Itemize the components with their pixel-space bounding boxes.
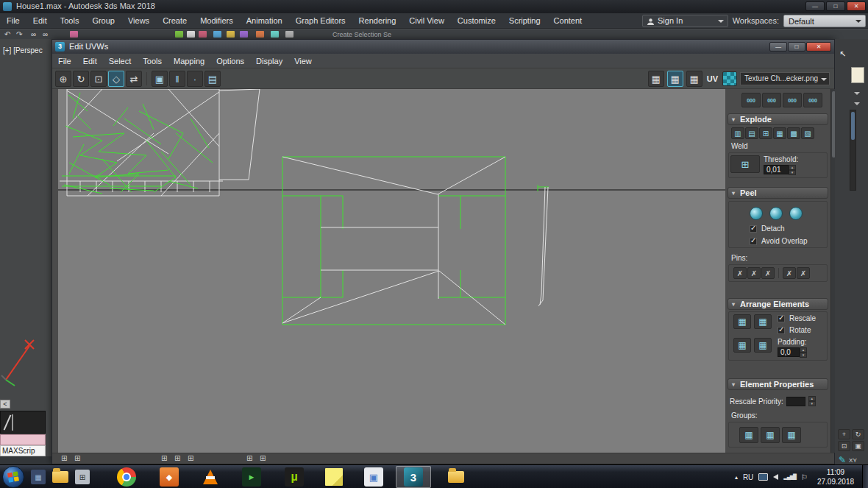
dialog-maximize-button[interactable]	[788, 42, 805, 52]
viewport-strip[interactable]: [+] [Perspec < MAXScrip	[0, 39, 51, 464]
taskbar-item-sticky-notes[interactable]	[316, 466, 352, 488]
move-tool-icon[interactable]: ⊕	[55, 71, 71, 87]
pencil-icon[interactable]: ✎	[839, 455, 846, 465]
chevron-down-icon[interactable]	[854, 92, 860, 95]
chevron-down-icon[interactable]	[854, 102, 860, 105]
pin-select-icon[interactable]: ✗	[761, 267, 775, 279]
mirror-tool-icon[interactable]: ⇄	[126, 71, 142, 87]
select-face-icon[interactable]: ▤	[204, 71, 221, 87]
maxscript-listener[interactable]: MAXScrip	[0, 445, 46, 456]
rescale-priority-spinner[interactable]	[808, 396, 816, 406]
rollout-arrange-elements[interactable]: Arrange Elements	[728, 298, 828, 310]
unlink-icon[interactable]: ∞	[43, 30, 48, 38]
taskbar-item-image-viewer[interactable]: ▣	[356, 466, 391, 488]
sign-in-dropdown[interactable]: Sign In	[642, 15, 728, 27]
group-select-icon[interactable]: ▦	[782, 427, 801, 443]
close-button[interactable]	[847, 1, 866, 11]
rotate-checkbox[interactable]	[778, 327, 785, 334]
pack-rotate-icon[interactable]: 000	[783, 93, 802, 107]
redo-icon[interactable]: ↷	[16, 30, 22, 38]
menu-create[interactable]: Create	[156, 13, 193, 29]
menu-tools[interactable]: Tools	[54, 13, 86, 29]
display-tray-icon[interactable]	[758, 473, 768, 481]
menu-animation[interactable]: Animation	[240, 13, 289, 29]
taskbar-item-utorrent[interactable]: µ	[277, 466, 312, 488]
dialog-close-button[interactable]	[806, 42, 831, 52]
zoom-icon[interactable]: ⊡	[838, 441, 850, 451]
uvw-menu-view[interactable]: View	[288, 54, 318, 68]
pack-fill-icon[interactable]: 000	[803, 93, 822, 107]
menu-customize[interactable]: Customize	[451, 13, 502, 29]
group-create-icon[interactable]: ▦	[739, 427, 758, 443]
taskbar-item-3ds-max[interactable]: 3	[396, 466, 431, 488]
viewport-label[interactable]: [+] [Perspec	[3, 46, 43, 54]
rollup-button[interactable]: <	[0, 400, 10, 409]
unpin-all-icon[interactable]: ✗	[797, 267, 810, 279]
group-ungroup-icon[interactable]: ▦	[761, 427, 780, 443]
color-swatch[interactable]	[851, 67, 864, 83]
status-lock-icon[interactable]: ⊞	[161, 454, 167, 462]
uvw-menu-options[interactable]: Options	[210, 54, 250, 68]
pack-rescale-icon[interactable]: 000	[762, 93, 781, 107]
menu-content[interactable]: Content	[547, 13, 589, 29]
pan-icon[interactable]: +	[838, 429, 850, 439]
detach-checkbox[interactable]	[750, 225, 757, 233]
workspace-dropdown[interactable]: Default	[783, 15, 866, 27]
show-grid-icon[interactable]: ▦	[686, 71, 702, 87]
uvw-menu-display[interactable]: Display	[250, 54, 288, 68]
minimize-button[interactable]	[805, 1, 825, 11]
uvw-menu-select[interactable]: Select	[103, 54, 138, 68]
link-icon[interactable]: ∞	[31, 30, 36, 38]
quick-peel-icon[interactable]	[750, 207, 763, 220]
network-tray-icon[interactable]: ▂▄▆█	[783, 474, 796, 480]
volume-tray-icon[interactable]	[773, 474, 778, 480]
peel-reset-icon[interactable]	[789, 207, 803, 220]
menu-group[interactable]: Group	[85, 13, 121, 29]
flatten-icon[interactable]: ▩	[787, 127, 800, 139]
taskbar-item-chrome[interactable]	[109, 466, 144, 488]
undo-icon[interactable]: ↶	[4, 30, 10, 38]
menu-modifiers[interactable]: Modifiers	[193, 13, 240, 29]
menu-civil-view[interactable]: Civil View	[402, 13, 450, 29]
status-snap2-icon[interactable]: ⊞	[74, 454, 80, 462]
snap-grid-icon[interactable]: ▦	[648, 71, 664, 87]
rescale-checkbox[interactable]	[778, 315, 785, 322]
orbit-icon[interactable]: ↻	[852, 429, 864, 439]
menu-views[interactable]: Views	[121, 13, 156, 29]
uvw-menu-edit[interactable]: Edit	[77, 54, 103, 68]
maximize-viewport-icon[interactable]: ▣	[852, 441, 864, 451]
taskbar-item-media-app[interactable]: ►	[234, 466, 269, 488]
rollout-peel[interactable]: Peel	[728, 187, 828, 199]
checker-texture-icon[interactable]	[722, 71, 737, 86]
show-desktop-button[interactable]	[862, 465, 868, 488]
dialog-titlebar[interactable]: 3 Edit UVWs	[52, 40, 834, 54]
menu-scripting[interactable]: Scripting	[502, 13, 547, 29]
explode-element-icon[interactable]: ▦	[773, 127, 786, 139]
uvw-menu-file[interactable]: File	[52, 54, 77, 68]
taskbar-item-orange-app[interactable]: ◆	[152, 466, 187, 488]
language-indicator[interactable]: RU	[743, 473, 753, 481]
peel-mode-icon[interactable]	[769, 207, 783, 220]
select-vertex-icon[interactable]: ·	[187, 71, 203, 87]
hidden-icons-arrow[interactable]: ▴	[735, 474, 738, 481]
taskbar-item-vlc[interactable]	[193, 466, 228, 488]
rotate-tool-icon[interactable]: ↻	[73, 71, 89, 87]
texture-dropdown[interactable]: Texture Ch...ecker.png	[740, 72, 830, 85]
threshold-field[interactable]: 0,01	[764, 165, 789, 174]
rollout-element-properties[interactable]: Element Properties	[728, 378, 828, 390]
show-map-icon[interactable]: ▦	[667, 71, 683, 87]
scale-tool-icon[interactable]: ⊡	[90, 71, 107, 87]
rollout-explode[interactable]: Explode	[728, 113, 828, 125]
detach-edge-icon[interactable]: ▤	[745, 127, 758, 139]
select-edge-icon[interactable]: ‖	[169, 71, 185, 87]
menu-rendering[interactable]: Rendering	[352, 13, 403, 29]
taskbar-explorer-icon[interactable]	[52, 471, 68, 483]
status-pixel-snap-icon[interactable]: ⊞	[260, 454, 266, 462]
flatten-custom-icon[interactable]: ▨	[801, 127, 814, 139]
weld-selected-icon[interactable]: ⊞	[730, 155, 760, 173]
taskbar-calculator-icon[interactable]: ⊞	[75, 470, 90, 484]
pin-all-icon[interactable]: ✗	[783, 267, 796, 279]
break-icon[interactable]: ▥	[731, 127, 744, 139]
uvw-menu-tools[interactable]: Tools	[137, 54, 168, 68]
rescale-priority-field[interactable]	[786, 397, 805, 406]
